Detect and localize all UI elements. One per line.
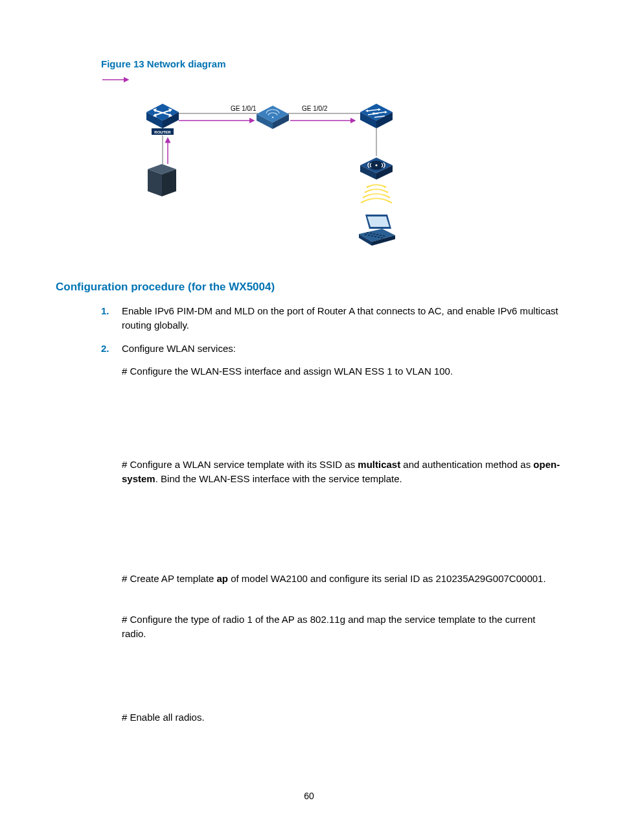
ge-label-2: GE 1/0/2 [302, 105, 328, 112]
p2e: . Bind the WLAN-ESS interface with the s… [155, 473, 402, 484]
router-icon: ROUTER [146, 104, 179, 135]
para-4: # Configure the type of radio 1 of the A… [122, 612, 562, 641]
switch-icon [360, 104, 393, 128]
ge-label-1: GE 1/0/1 [231, 105, 257, 112]
svg-rect-51 [378, 237, 380, 238]
svg-rect-42 [370, 233, 372, 234]
svg-rect-49 [371, 235, 373, 237]
p2c: and authentication method as [400, 459, 533, 470]
svg-rect-52 [381, 237, 383, 239]
page-number: 60 [0, 791, 618, 801]
section-heading: Configuration procedure (for the WX5004) [56, 281, 562, 294]
step-2: Configure WLAN services: [101, 342, 562, 356]
p3c: of model WA2100 and configure its serial… [228, 573, 546, 584]
ap-icon [360, 158, 393, 180]
svg-rect-47 [365, 234, 367, 235]
step-1: Enable IPv6 PIM-DM and MLD on the port o… [101, 304, 562, 332]
step-2-text: Configure WLAN services: [122, 343, 236, 354]
p2a: # Configure a WLAN service template with… [122, 459, 358, 470]
figure-caption: Figure 13 Network diagram [101, 58, 562, 69]
p3b: ap [216, 573, 228, 584]
svg-rect-50 [374, 236, 376, 237]
svg-rect-41 [367, 232, 369, 233]
para-1: # Configure the WLAN-ESS interface and a… [122, 364, 562, 379]
p2b: multicast [358, 459, 400, 470]
svg-rect-43 [373, 233, 375, 235]
para-2: # Configure a WLAN service template with… [122, 458, 562, 486]
arrow-decor [101, 75, 562, 86]
router-label: ROUTER [154, 130, 171, 134]
server-icon [148, 164, 176, 196]
svg-rect-46 [383, 235, 385, 237]
para-5: # Enable all radios. [122, 710, 562, 725]
laptop-icon [359, 215, 395, 246]
svg-point-18 [272, 117, 274, 119]
step-1-text: Enable IPv6 PIM-DM and MLD on the port o… [122, 305, 558, 331]
svg-rect-45 [380, 235, 382, 236]
svg-rect-48 [368, 235, 370, 236]
p3a: # Create AP template [122, 573, 216, 584]
wifi-waves-icon [361, 185, 392, 203]
network-diagram: GE 1/0/1 GE 1/0/2 ROUTER [101, 86, 562, 261]
svg-rect-44 [376, 234, 378, 235]
ac-icon [257, 106, 289, 129]
para-3: # Create AP template ap of model WA2100 … [122, 572, 562, 586]
svg-marker-37 [367, 216, 389, 227]
svg-point-35 [375, 164, 377, 166]
